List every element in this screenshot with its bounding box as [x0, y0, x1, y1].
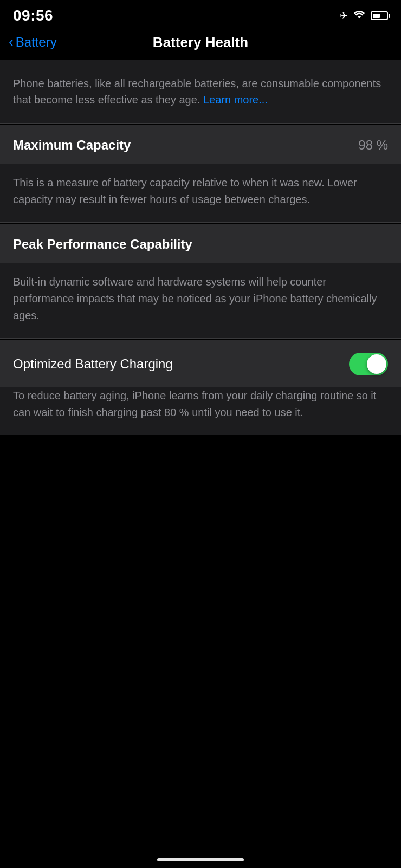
home-indicator: [157, 858, 244, 861]
optimized-charging-row: Optimized Battery Charging: [0, 340, 401, 387]
optimized-charging-desc-section: To reduce battery aging, iPhone learns f…: [0, 387, 401, 435]
back-button[interactable]: ‹ Battery: [9, 35, 57, 50]
chevron-left-icon: ‹: [9, 35, 14, 49]
optimized-charging-section: Optimized Battery Charging: [0, 340, 401, 387]
status-bar: 09:56 ✈: [0, 0, 401, 29]
status-time: 09:56: [13, 7, 53, 24]
content: Phone batteries, like all rechargeable b…: [0, 60, 401, 435]
optimized-charging-toggle[interactable]: [349, 353, 388, 375]
peak-performance-section: Peak Performance Capability Built-in dyn…: [0, 224, 401, 338]
maximum-capacity-section: Maximum Capacity 98 % This is a measure …: [0, 125, 401, 222]
maximum-capacity-description: This is a measure of battery capacity re…: [0, 164, 401, 222]
maximum-capacity-value: 98 %: [358, 138, 388, 153]
learn-more-link[interactable]: Learn more...: [203, 94, 268, 106]
battery-status-icon: [371, 11, 388, 20]
optimized-charging-description: To reduce battery aging, iPhone learns f…: [0, 387, 401, 435]
nav-header: ‹ Battery Battery Health: [0, 29, 401, 60]
toggle-knob: [367, 354, 386, 374]
maximum-capacity-header: Maximum Capacity 98 %: [0, 125, 401, 164]
status-icons: ✈: [340, 10, 388, 22]
optimized-charging-label: Optimized Battery Charging: [13, 357, 173, 372]
divider-1: [0, 123, 401, 124]
peak-performance-label: Peak Performance Capability: [13, 237, 192, 252]
page-title: Battery Health: [153, 34, 248, 51]
divider-3: [0, 338, 401, 339]
wifi-icon: [353, 10, 365, 22]
info-text: Phone batteries, like all rechargeable b…: [13, 75, 388, 108]
info-block: Phone batteries, like all rechargeable b…: [0, 60, 401, 123]
peak-performance-description: Built-in dynamic software and hardware s…: [0, 263, 401, 338]
back-label: Battery: [16, 35, 57, 50]
divider-2: [0, 222, 401, 223]
peak-performance-header: Peak Performance Capability: [0, 224, 401, 263]
maximum-capacity-label: Maximum Capacity: [13, 138, 131, 153]
airplane-icon: ✈: [340, 10, 348, 22]
